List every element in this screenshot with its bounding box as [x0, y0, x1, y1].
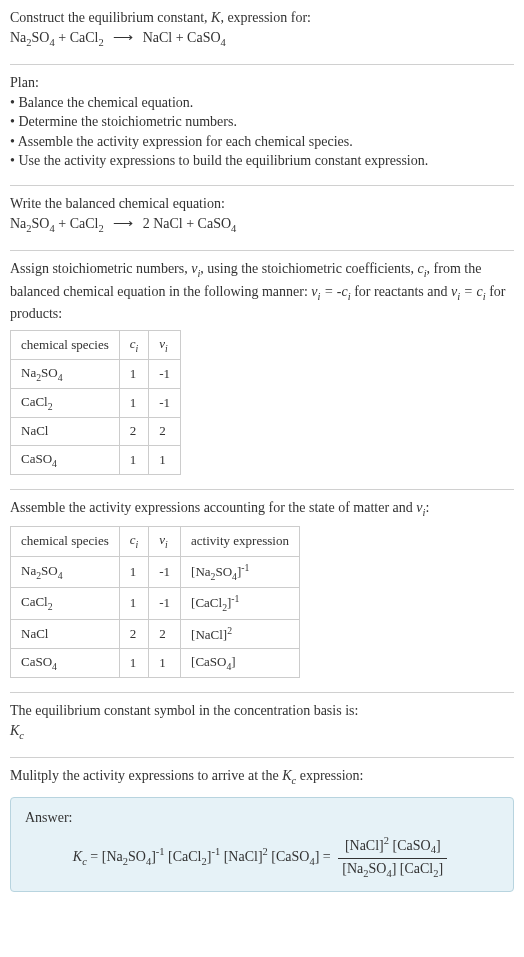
plan-heading: Plan:	[10, 73, 514, 93]
balanced-heading: Write the balanced chemical equation:	[10, 194, 514, 214]
answer-box: Answer: Kc = [Na2SO4]-1 [CaCl2]-1 [NaCl]…	[10, 797, 514, 892]
col-species: chemical species	[11, 527, 120, 556]
var-c-i: ci	[417, 261, 426, 276]
prompt-block: Construct the equilibrium constant, K, e…	[10, 8, 514, 56]
kc-symbol: Kc	[10, 721, 514, 743]
prompt-text-post: , expression for:	[220, 10, 311, 25]
kc-line: The equilibrium constant symbol in the c…	[10, 701, 514, 721]
balanced-equation: Na2SO4 + CaCl2 ⟶ 2 NaCl + CaSO4	[10, 216, 236, 231]
table-row: CaCl2 1 -1	[11, 389, 181, 418]
cell-ci: 2	[119, 619, 149, 649]
cell-species: CaCl2	[11, 389, 120, 418]
table-row: NaCl 2 2 [NaCl]2	[11, 619, 300, 649]
cell-nui: -1	[149, 389, 181, 418]
cell-ci: 1	[119, 445, 149, 474]
table-row: Na2SO4 1 -1 [Na2SO4]-1	[11, 556, 300, 588]
table-header-row: chemical species ci νi activity expressi…	[11, 527, 300, 556]
prompt-text-pre: Construct the equilibrium constant,	[10, 10, 211, 25]
stoich-text: Assign stoichiometric numbers,	[10, 261, 191, 276]
unbalanced-equation: Na2SO4 + CaCl2 ⟶ NaCl + CaSO4	[10, 30, 226, 45]
balanced-block: Write the balanced chemical equation: Na…	[10, 194, 514, 242]
cell-activity: [CaSO4]	[181, 649, 300, 678]
activity-block: Assemble the activity expressions accoun…	[10, 498, 514, 685]
table-row: NaCl 2 2	[11, 418, 181, 445]
plan-item: • Assemble the activity expression for e…	[10, 132, 514, 152]
answer-label: Answer:	[25, 808, 499, 828]
col-species: chemical species	[11, 330, 120, 359]
kc-symbol-inline: Kc	[282, 768, 296, 783]
cell-nui: 1	[149, 649, 181, 678]
cell-ci: 1	[119, 389, 149, 418]
cell-species: CaCl2	[11, 588, 120, 620]
col-activity: activity expression	[181, 527, 300, 556]
table-row: Na2SO4 1 -1	[11, 359, 181, 388]
plan-item-text: Use the activity expressions to build th…	[18, 153, 428, 168]
kc-expression: Kc = [Na2SO4]-1 [CaCl2]-1 [NaCl]2 [CaSO4…	[25, 834, 499, 882]
divider	[10, 489, 514, 490]
table-row: CaSO4 1 1 [CaSO4]	[11, 649, 300, 678]
eq-reactants: νi = -ci	[311, 284, 350, 299]
cell-nui: -1	[149, 588, 181, 620]
activity-heading-pre: Assemble the activity expressions accoun…	[10, 500, 416, 515]
table-row: CaCl2 1 -1 [CaCl2]-1	[11, 588, 300, 620]
cell-species: NaCl	[11, 619, 120, 649]
cell-activity: [NaCl]2	[181, 619, 300, 649]
cell-nui: -1	[149, 359, 181, 388]
activity-table: chemical species ci νi activity expressi…	[10, 526, 300, 678]
divider	[10, 250, 514, 251]
plan-item-text: Assemble the activity expression for eac…	[18, 134, 353, 149]
cell-nui: 2	[149, 619, 181, 649]
stoich-text: for reactants and	[351, 284, 451, 299]
table-header-row: chemical species ci νi	[11, 330, 181, 359]
answer-block: Mulitply the activity expressions to arr…	[10, 766, 514, 898]
divider	[10, 757, 514, 758]
plan-item-text: Determine the stoichiometric numbers.	[18, 114, 237, 129]
plan-item: • Balance the chemical equation.	[10, 93, 514, 113]
cell-activity: [Na2SO4]-1	[181, 556, 300, 588]
stoich-table: chemical species ci νi Na2SO4 1 -1 CaCl2…	[10, 330, 181, 475]
col-nui: νi	[149, 527, 181, 556]
multiply-text-pre: Mulitply the activity expressions to arr…	[10, 768, 282, 783]
divider	[10, 64, 514, 65]
cell-ci: 2	[119, 418, 149, 445]
cell-ci: 1	[119, 588, 149, 620]
col-ci: ci	[119, 527, 149, 556]
cell-nui: 2	[149, 418, 181, 445]
col-nui: νi	[149, 330, 181, 359]
col-ci: ci	[119, 330, 149, 359]
divider	[10, 185, 514, 186]
cell-species: Na2SO4	[11, 556, 120, 588]
divider	[10, 692, 514, 693]
cell-species: Na2SO4	[11, 359, 120, 388]
stoich-text: , using the stoichiometric coefficients,	[200, 261, 417, 276]
plan-item: • Use the activity expressions to build …	[10, 151, 514, 171]
cell-ci: 1	[119, 649, 149, 678]
var-nu-i: νi	[191, 261, 200, 276]
plan-item-text: Balance the chemical equation.	[18, 95, 193, 110]
eq-products: νi = ci	[451, 284, 486, 299]
table-row: CaSO4 1 1	[11, 445, 181, 474]
kc-symbol-block: The equilibrium constant symbol in the c…	[10, 701, 514, 749]
plan-block: Plan: • Balance the chemical equation. •…	[10, 73, 514, 177]
cell-species: CaSO4	[11, 649, 120, 678]
stoich-block: Assign stoichiometric numbers, νi, using…	[10, 259, 514, 481]
cell-nui: 1	[149, 445, 181, 474]
cell-ci: 1	[119, 359, 149, 388]
cell-ci: 1	[119, 556, 149, 588]
cell-species: NaCl	[11, 418, 120, 445]
cell-species: CaSO4	[11, 445, 120, 474]
multiply-text-post: expression:	[296, 768, 363, 783]
cell-nui: -1	[149, 556, 181, 588]
plan-item: • Determine the stoichiometric numbers.	[10, 112, 514, 132]
activity-heading-post: :	[425, 500, 429, 515]
var-K: K	[211, 10, 220, 25]
cell-activity: [CaCl2]-1	[181, 588, 300, 620]
